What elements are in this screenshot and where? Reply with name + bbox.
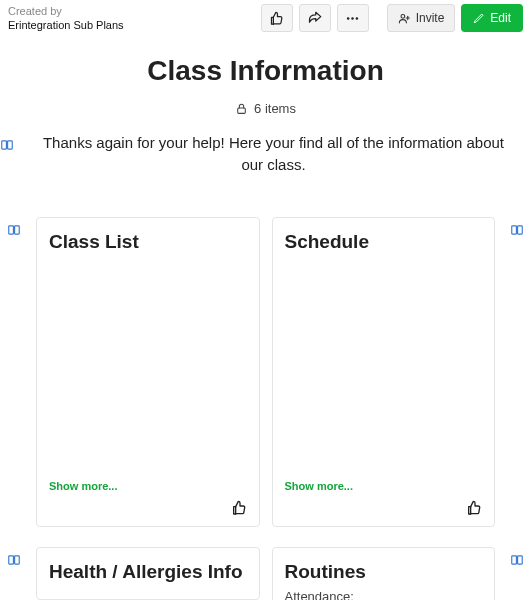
item-count-text: 6 items [254,101,296,116]
svg-rect-10 [518,226,523,234]
collection-badge-left[interactable] [0,132,14,152]
intro-text: Thanks again for your help! Here your fi… [20,132,527,177]
card-body [285,259,483,479]
collection-icon [0,138,14,152]
thumbs-up-icon[interactable] [231,500,247,516]
collection-badge-left[interactable] [4,217,24,237]
invite-button[interactable]: Invite [387,4,456,32]
card-title: Class List [49,230,247,254]
svg-rect-13 [512,556,517,564]
svg-rect-12 [15,556,20,564]
invite-label: Invite [416,11,445,25]
card-body [49,259,247,479]
svg-point-1 [351,17,354,20]
show-more-link[interactable]: Show more... [49,480,247,492]
svg-rect-11 [9,556,14,564]
card-routines[interactable]: Routines Attendance: [272,547,496,600]
thumbs-up-icon [269,11,284,26]
edit-label: Edit [490,11,511,25]
svg-point-0 [347,17,350,20]
svg-rect-5 [2,141,7,149]
svg-rect-9 [512,226,517,234]
share-icon [307,11,322,26]
like-button[interactable] [261,4,293,32]
more-options-button[interactable] [337,4,369,32]
svg-rect-14 [518,556,523,564]
svg-rect-4 [238,108,246,113]
collection-badge-right[interactable] [507,217,527,237]
card-title: Routines [285,560,483,584]
pencil-icon [473,12,485,24]
svg-point-3 [401,14,405,18]
created-by-label: Created by [8,4,261,18]
svg-rect-7 [9,226,14,234]
collection-badge-right[interactable] [507,547,527,567]
collection-badge-left[interactable] [4,547,24,567]
svg-point-2 [356,17,359,20]
created-by-name[interactable]: Erintegration Sub Plans [8,18,261,32]
share-button[interactable] [299,4,331,32]
created-by-block: Created by Erintegration Sub Plans [8,4,261,33]
card-title: Health / Allergies Info [49,560,247,584]
thumbs-up-icon[interactable] [466,500,482,516]
svg-rect-6 [8,141,13,149]
show-more-link[interactable]: Show more... [285,480,483,492]
collection-icon [7,553,21,567]
more-horizontal-icon [345,11,360,26]
page-title: Class Information [0,55,531,87]
card-schedule[interactable]: Schedule Show more... [272,217,496,527]
collection-icon [510,223,524,237]
edit-button[interactable]: Edit [461,4,523,32]
card-title: Schedule [285,230,483,254]
collection-icon [510,553,524,567]
card-class-list[interactable]: Class List Show more... [36,217,260,527]
svg-rect-8 [15,226,20,234]
lock-icon [235,102,248,115]
user-plus-icon [398,12,411,25]
card-health-allergies[interactable]: Health / Allergies Info [36,547,260,600]
collection-icon [7,223,21,237]
item-count-row: 6 items [0,101,531,116]
card-body: Attendance: [285,589,483,600]
